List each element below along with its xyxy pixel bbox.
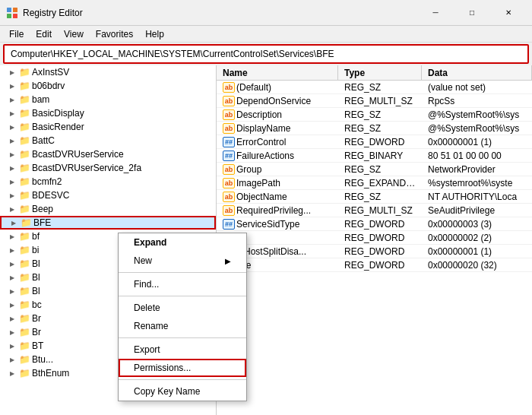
folder-icon: 📁: [18, 312, 30, 325]
value-row-8[interactable]: ab ObjectName REG_SZ NT AUTHORITY\Loca: [217, 190, 532, 204]
context-menu-separator-4: [119, 379, 246, 380]
val-data-5: 80 51 01 00 00 00: [422, 150, 532, 162]
folder-icon: 📁: [18, 326, 30, 338]
val-name-8: ab ObjectName: [217, 191, 338, 203]
svg-rect-3: [13, 14, 17, 18]
tree-arrow: ▶: [6, 80, 18, 92]
tree-arrow: ▶: [6, 66, 18, 78]
folder-icon: 📁: [18, 189, 30, 201]
tree-item-bdesvc[interactable]: ▶ 📁 BDESVC: [0, 188, 216, 202]
tree-item-beep[interactable]: ▶ 📁 Beep: [0, 202, 216, 216]
main-content: ▶ 📁 AxInstSV ▶ 📁 b06bdrv ▶ 📁 bam ▶ 📁 Ba: [0, 65, 532, 415]
value-row-default[interactable]: ab (Default) REG_SZ (value not set): [217, 81, 532, 94]
folder-icon: 📁: [18, 107, 30, 119]
folder-icon: 📁: [18, 121, 30, 133]
reg-icon-num: ##: [223, 219, 235, 230]
tree-label: bf: [32, 231, 40, 242]
value-row-5[interactable]: ## FailureActions REG_BINARY 80 51 01 00…: [217, 149, 532, 163]
tree-arrow: ▶: [6, 271, 18, 284]
context-menu-expand[interactable]: Expand: [119, 233, 246, 252]
tree-arrow: ▶: [6, 107, 18, 119]
val-type-13: REG_DWORD: [338, 259, 422, 271]
tree-item-b06bdrv[interactable]: ▶ 📁 b06bdrv: [0, 79, 216, 93]
val-data-11: 0x00000002 (2): [422, 232, 532, 244]
menu-favorites[interactable]: Favorites: [90, 26, 139, 42]
maximize-button[interactable]: □: [454, 2, 489, 24]
context-menu-export[interactable]: Export: [119, 341, 246, 359]
context-menu-delete[interactable]: Delete: [119, 299, 246, 317]
folder-icon: 📁: [18, 340, 30, 352]
tree-item-bcastdvr[interactable]: ▶ 📁 BcastDVRUserService: [0, 147, 216, 161]
header-name: Name: [217, 65, 338, 80]
reg-icon-ab: ab: [223, 96, 235, 106]
reg-icon-ab: ab: [223, 178, 235, 188]
value-row-1[interactable]: ab DependOnService REG_MULTI_SZ RpcSs: [217, 94, 532, 108]
folder-icon-bfe: 📁: [20, 217, 32, 229]
context-menu-separator-2: [119, 296, 246, 296]
tree-item-bfe[interactable]: ▶ 📁 BFE: [0, 216, 216, 230]
address-bar[interactable]: Computer\HKEY_LOCAL_MACHINE\SYSTEM\Curre…: [3, 44, 529, 64]
reg-icon-ab: ab: [223, 123, 235, 134]
folder-icon: 📁: [18, 148, 30, 160]
value-row-13[interactable]: ## ype REG_DWORD 0x00000020 (32): [217, 258, 532, 272]
val-type-default: REG_SZ: [338, 81, 422, 93]
context-menu-permissions[interactable]: Permissions...: [119, 359, 246, 377]
tree-label: AxInstSV: [32, 67, 69, 78]
val-data-8: NT AUTHORITY\Loca: [422, 191, 532, 203]
value-row-7[interactable]: ab ImagePath REG_EXPAND_SZ %systemroot%\…: [217, 176, 532, 190]
tree-label: BasicDisplay: [32, 108, 84, 119]
menu-view[interactable]: View: [58, 26, 90, 42]
val-type-12: REG_DWORD: [338, 246, 422, 258]
tree-arrow: ▶: [6, 189, 18, 201]
folder-icon: 📁: [18, 244, 30, 256]
tree-arrow: ▶: [6, 203, 18, 215]
tree-label: bam: [32, 94, 49, 105]
tree-item-basicrender[interactable]: ▶ 📁 BasicRender: [0, 120, 216, 134]
value-row-2[interactable]: ab Description REG_SZ @%SystemRoot%\sys: [217, 108, 532, 122]
val-type-1: REG_MULTI_SZ: [338, 95, 422, 107]
tree-item-bcastdvr2[interactable]: ▶ 📁 BcastDVRUserService_2fa: [0, 161, 216, 175]
value-row-4[interactable]: ## ErrorControl REG_DWORD 0x00000001 (1): [217, 135, 532, 149]
reg-icon-num: ##: [223, 137, 235, 147]
folder-icon: 📁: [18, 203, 30, 215]
folder-icon: 📁: [18, 230, 30, 242]
minimize-button[interactable]: ─: [418, 2, 453, 24]
menu-file[interactable]: File: [3, 26, 30, 42]
tree-item-bcmfn2[interactable]: ▶ 📁 bcmfn2: [0, 175, 216, 188]
tree-label: bi: [32, 245, 39, 255]
tree-item-axinstsv[interactable]: ▶ 📁 AxInstSV: [0, 65, 216, 79]
context-menu-rename[interactable]: Rename: [119, 317, 246, 335]
folder-icon: 📁: [18, 162, 30, 174]
val-type-2: REG_SZ: [338, 109, 422, 121]
tree-label: BthEnum: [32, 368, 69, 379]
menu-bar: File Edit View Favorites Help: [0, 26, 532, 43]
context-menu-copy-key-name[interactable]: Copy Key Name: [119, 382, 246, 401]
tree-arrow: ▶: [6, 258, 18, 270]
val-name-9: ab RequiredPrivileg...: [217, 204, 338, 217]
val-type-3: REG_SZ: [338, 122, 422, 135]
val-type-8: REG_SZ: [338, 191, 422, 203]
value-row-12[interactable]: ## rcHostSplitDisa... REG_DWORD 0x000000…: [217, 245, 532, 258]
values-panel: Name Type Data ab (Default) REG_SZ (valu…: [217, 65, 532, 415]
value-row-3[interactable]: ab DisplayName REG_SZ @%SystemRoot%\sys: [217, 122, 532, 135]
val-name-3: ab DisplayName: [217, 122, 338, 135]
tree-item-basicdisplay[interactable]: ▶ 📁 BasicDisplay: [0, 106, 216, 120]
val-name-5: ## FailureActions: [217, 150, 338, 162]
tree-label: BDESVC: [32, 190, 69, 201]
tree-label: BasicRender: [32, 122, 84, 132]
menu-help[interactable]: Help: [139, 26, 170, 42]
tree-item-bam[interactable]: ▶ 📁 bam: [0, 93, 216, 106]
value-row-6[interactable]: ab Group REG_SZ NetworkProvider: [217, 163, 532, 176]
context-menu-new[interactable]: New ▶: [119, 252, 246, 270]
val-data-4: 0x00000001 (1): [422, 136, 532, 148]
close-button[interactable]: ✕: [491, 2, 526, 24]
context-menu-find[interactable]: Find...: [119, 275, 246, 293]
reg-icon-ab: ab: [223, 82, 235, 93]
folder-icon: 📁: [18, 285, 30, 297]
tree-label: BattC: [32, 135, 55, 146]
value-row-10[interactable]: ## ServiceSidType REG_DWORD 0x00000003 (…: [217, 217, 532, 231]
value-row-11[interactable]: ## art REG_DWORD 0x00000002 (2): [217, 231, 532, 245]
value-row-9[interactable]: ab RequiredPrivileg... REG_MULTI_SZ SeAu…: [217, 204, 532, 217]
tree-item-battc[interactable]: ▶ 📁 BattC: [0, 134, 216, 147]
menu-edit[interactable]: Edit: [30, 26, 58, 42]
